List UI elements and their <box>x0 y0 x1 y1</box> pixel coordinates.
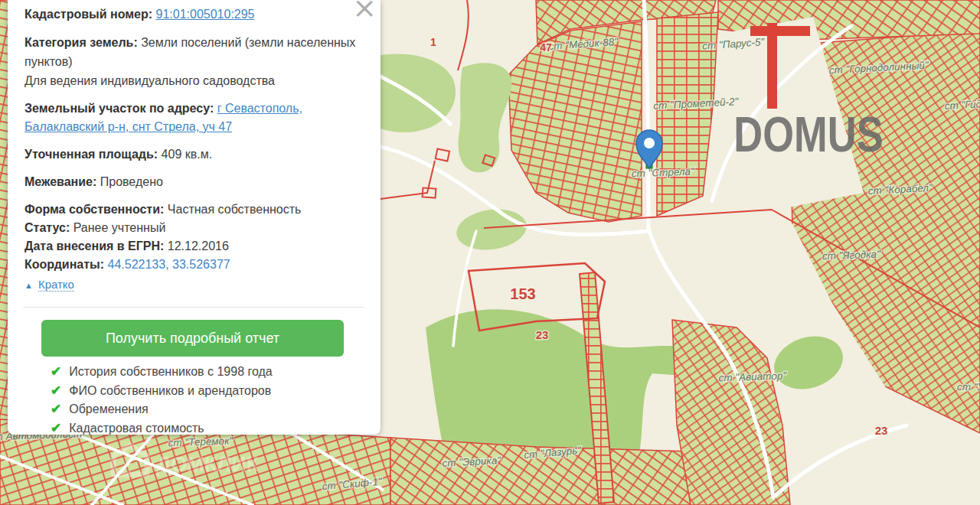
close-icon[interactable]: × <box>352 0 377 22</box>
egrn-date-label: Дата внесения в ЕГРН: <box>24 239 164 252</box>
logo-watermark-text: ДОМКЛИК <box>156 453 260 476</box>
coordinates-row: Координаты: 44.522133, 33.526377 <box>24 256 361 274</box>
area-value: 409 кв.м. <box>162 148 213 161</box>
benefit-item: ✔ ФИО собственников и арендаторов <box>51 382 361 401</box>
coordinates-value[interactable]: 44.522133, 33.526377 <box>108 258 230 271</box>
benefit-text: История собственников с 1998 года <box>69 363 272 382</box>
egrn-date-value: 12.12.2016 <box>168 239 229 252</box>
area-label: Уточненная площадь: <box>24 148 158 161</box>
map-watermark: DOMUS <box>733 107 883 161</box>
coordinates-label: Координаты: <box>24 258 104 271</box>
triangle-up-icon: ▲ <box>24 281 33 290</box>
map-label: ст "Авиатор" <box>718 370 787 383</box>
benefit-text: Кадастровая стоимость <box>69 419 204 438</box>
collapse-link[interactable]: Кратко <box>38 278 74 292</box>
benefit-item: ✔ Обременения <box>51 400 361 419</box>
benefit-text: Обременения <box>69 400 148 419</box>
divider <box>23 307 364 308</box>
map-number: 153 <box>510 285 535 302</box>
parcel-info-panel: × Кадастровый номер: 91:01:005010:295 Ка… <box>8 0 381 435</box>
check-icon: ✔ <box>51 419 61 438</box>
benefit-item: ✔ Кадастровая стоимость <box>51 419 361 438</box>
pin-hole <box>644 138 655 148</box>
area-row: Уточненная площадь: 409 кв.м. <box>24 145 361 164</box>
map-number: 23 <box>536 328 549 341</box>
map-label: ст "Стрела" <box>632 166 696 180</box>
egrn-date-row: Дата внесения в ЕГРН: 12.12.2016 <box>24 237 361 256</box>
status-label: Статус: <box>24 221 70 234</box>
cadastral-number-link[interactable]: 91:01:005010:295 <box>156 8 255 21</box>
survey-value: Проведено <box>100 175 163 188</box>
map-label: ст "Ус <box>957 381 980 393</box>
collapse-row: ▲Кратко <box>24 275 361 295</box>
benefit-text: ФИО собственников и арендаторов <box>69 382 271 401</box>
ownership-label: Форма собственности: <box>24 203 164 216</box>
survey-row: Межевание: Проведено <box>24 173 361 191</box>
ownership-row: Форма собственности: Частная собственнос… <box>24 200 361 219</box>
address-row: Земельный участок по адресу: г Севастопо… <box>24 99 361 136</box>
survey-label: Межевание: <box>24 175 96 188</box>
benefit-item: ✔ История собственников с 1998 года <box>51 363 361 382</box>
address-label: Земельный участок по адресу: <box>24 102 214 115</box>
ownership-value: Частная собственность <box>168 203 302 216</box>
status-row: Статус: Ранее учтенный <box>24 219 361 237</box>
map-number: 1 <box>430 36 436 48</box>
get-report-button[interactable]: Получить подробный отчет <box>41 320 344 357</box>
map-label: ст "Ягодка" <box>822 249 882 262</box>
land-use-value: Для ведения индивидуального садоводства <box>24 71 361 90</box>
map-number: 23 <box>875 424 888 437</box>
map-label: ст "Гидро <box>944 98 980 112</box>
cadastral-number-label: Кадастровый номер: <box>24 8 152 21</box>
check-icon: ✔ <box>51 400 61 419</box>
cadastral-number-row: Кадастровый номер: 91:01:005010:295 <box>24 5 361 24</box>
check-icon: ✔ <box>51 382 61 401</box>
land-category-row: Категория земель: Земли поселений (земли… <box>24 33 361 90</box>
status-value: Ранее учтенный <box>74 221 166 234</box>
land-category-label: Категория земель: <box>24 36 138 49</box>
map-number: 47 <box>540 41 552 54</box>
check-icon: ✔ <box>51 363 61 382</box>
benefits-list: ✔ История собственников с 1998 года ✔ ФИ… <box>24 363 361 438</box>
